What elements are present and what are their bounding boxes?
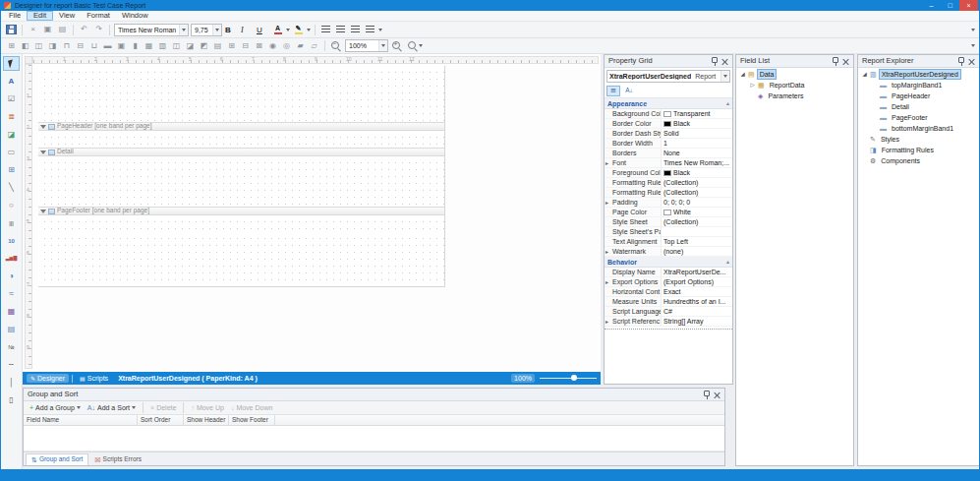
underline-button[interactable]: U: [256, 24, 269, 36]
column-header-show-header[interactable]: Show Header: [184, 415, 229, 425]
align-right-button[interactable]: ◨: [46, 39, 59, 52]
page-header-band-header[interactable]: PageHeader [one band per page]: [38, 122, 444, 131]
align-justify-button[interactable]: [364, 24, 376, 36]
close-panel-icon[interactable]: [842, 58, 849, 65]
report-explorer-node-detail[interactable]: ▬Detail: [858, 101, 979, 112]
property-value[interactable]: Top Left: [662, 237, 732, 246]
report-explorer-node-components[interactable]: ⚙Components: [858, 155, 979, 166]
property-value[interactable]: XtraReportUserDe...: [662, 268, 732, 276]
close-button[interactable]: ×: [959, 0, 978, 11]
move-up-button[interactable]: ↑Move Up: [189, 403, 226, 412]
bold-button[interactable]: B: [224, 24, 238, 36]
align-top-button[interactable]: ⊓: [60, 39, 73, 52]
field-list-node-parameters[interactable]: ◈Parameters: [736, 90, 853, 101]
page-info-tool[interactable]: №: [3, 339, 20, 354]
move-down-button[interactable]: ↓Move Down: [229, 403, 274, 412]
object-selector[interactable]: XtraReportUserDesigned Report: [606, 70, 730, 83]
property-row[interactable]: ▸Script ReferencString[] Array: [605, 317, 732, 327]
gauge-tool[interactable]: ◑: [3, 269, 20, 283]
picture-box-tool[interactable]: ◪: [3, 127, 20, 142]
redo-button[interactable]: ↷: [92, 24, 105, 36]
cross-band-box-tool[interactable]: ▯: [3, 392, 20, 407]
property-value[interactable]: Transparent: [662, 109, 732, 118]
shape-tool[interactable]: ○: [3, 198, 20, 212]
italic-button[interactable]: I: [240, 24, 254, 36]
column-header-field-name[interactable]: Field Name: [24, 415, 138, 425]
cross-band-line-tool[interactable]: │: [3, 375, 20, 390]
property-value[interactable]: (Collection): [662, 217, 732, 226]
expander-icon[interactable]: ◢: [861, 72, 868, 78]
remove-horizontal-spacing-button[interactable]: ◩: [198, 39, 210, 52]
alphabetical-view-button[interactable]: A↓: [622, 86, 636, 96]
menu-format[interactable]: Format: [81, 11, 116, 21]
table-tool[interactable]: ⊞: [3, 162, 20, 177]
property-row[interactable]: Formatting Rule(Collection): [605, 178, 732, 188]
property-value[interactable]: (Collection): [662, 188, 732, 197]
property-row[interactable]: ▸Export Options(Export Options): [605, 277, 732, 287]
report-explorer-node-xtrareportuserdesigned[interactable]: ◢▥XtraReportUserDesigned: [858, 69, 979, 80]
align-center-button[interactable]: [334, 24, 347, 36]
pointer-tool[interactable]: [3, 56, 20, 71]
highlight-dropdown-icon[interactable]: [307, 29, 311, 31]
close-panel-icon[interactable]: [968, 58, 975, 65]
property-value[interactable]: Times New Roman;...: [662, 158, 732, 167]
zoom-slider[interactable]: [540, 378, 597, 379]
expand-icon[interactable]: ▸: [605, 319, 608, 325]
report-explorer-node-pageheader[interactable]: ▬PageHeader: [858, 90, 979, 101]
sub-report-tool[interactable]: ▤: [3, 322, 20, 336]
group-sort-empty-area[interactable]: [24, 426, 724, 451]
expand-icon[interactable]: ▸: [605, 200, 608, 206]
top-margin-band[interactable]: [38, 66, 444, 122]
property-value[interactable]: Hundredths of an I...: [662, 297, 732, 306]
property-value[interactable]: String[] Array: [662, 317, 732, 326]
font-size-select[interactable]: 9,75: [191, 24, 222, 36]
expander-icon[interactable]: ▷: [749, 83, 756, 89]
align-right-button[interactable]: [349, 24, 362, 36]
property-row[interactable]: Style Sheet(Collection): [605, 217, 732, 227]
property-row[interactable]: Measure UnitsHundredths of an I...: [605, 297, 732, 307]
property-row[interactable]: Text AlignmentTop Left: [605, 237, 732, 247]
zoom-out-button[interactable]: −: [329, 39, 343, 52]
pin-icon[interactable]: [833, 57, 838, 66]
zoom-select[interactable]: 100%: [345, 39, 388, 52]
collapse-band-icon[interactable]: [40, 125, 46, 129]
make-same-height-button[interactable]: ▮: [129, 39, 142, 52]
panel-tool[interactable]: ▭: [3, 145, 20, 159]
field-list-node-reportdata[interactable]: ▷▦ReportData: [736, 80, 853, 90]
save-button[interactable]: [5, 24, 18, 36]
detail-band[interactable]: [38, 156, 444, 207]
property-row[interactable]: ▸Watermark(none): [605, 247, 732, 257]
check-box-tool[interactable]: ☑: [3, 91, 20, 106]
property-row[interactable]: Border ColorBlack: [605, 119, 732, 129]
property-value[interactable]: (none): [662, 247, 732, 256]
toolbar-overflow-button[interactable]: [971, 29, 977, 31]
menu-file[interactable]: File: [3, 11, 27, 21]
property-value[interactable]: (Collection): [662, 178, 732, 187]
expand-icon[interactable]: ▸: [605, 279, 608, 285]
property-row[interactable]: Foreground ColBlack: [605, 168, 732, 178]
dropdown-button[interactable]: [721, 71, 729, 82]
property-row[interactable]: Formatting Rule(Collection): [605, 188, 732, 198]
decrease-vertical-spacing-button[interactable]: ⊟: [239, 39, 252, 52]
equal-vertical-spacing-button[interactable]: ▤: [211, 39, 224, 52]
align-middle-button[interactable]: ⊟: [74, 39, 86, 52]
paste-button[interactable]: ▤: [56, 24, 69, 36]
report-explorer-node-topmarginband1[interactable]: ▬topMarginBand1: [858, 80, 979, 90]
maximize-button[interactable]: □: [941, 0, 959, 11]
menu-window[interactable]: Window: [116, 11, 154, 21]
zip-code-tool[interactable]: 10: [3, 233, 20, 248]
field-list-node-data[interactable]: ◢▤Data: [736, 69, 853, 80]
delete-button[interactable]: ×Delete: [148, 403, 178, 412]
menu-view[interactable]: View: [53, 11, 81, 21]
align-center-horizontal-button[interactable]: ◫: [32, 39, 45, 52]
property-value[interactable]: White: [662, 208, 732, 216]
pivot-grid-tool[interactable]: ▦: [3, 304, 20, 319]
align-bottom-button[interactable]: ⊔: [87, 39, 100, 52]
decrease-horizontal-spacing-button[interactable]: ◪: [184, 39, 197, 52]
pin-icon[interactable]: [712, 57, 718, 66]
close-panel-icon[interactable]: [714, 391, 721, 398]
rich-text-tool[interactable]: ≣: [3, 109, 20, 124]
pin-icon[interactable]: [704, 391, 710, 399]
tab-scripts-errors[interactable]: ☒Scripts Errors: [89, 453, 146, 465]
horizontal-ruler[interactable]: 123456789101112: [32, 56, 599, 64]
